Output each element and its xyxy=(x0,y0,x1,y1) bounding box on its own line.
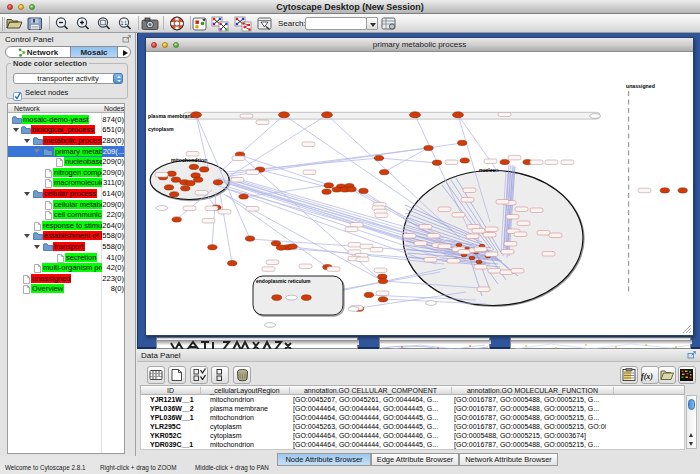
svg-text:1:1: 1:1 xyxy=(121,21,128,26)
svg-text:cytoplasm: cytoplasm xyxy=(148,126,174,132)
svg-text:endoplasmic reticulum: endoplasmic reticulum xyxy=(256,278,311,284)
svg-text:f(x): f(x) xyxy=(641,372,653,381)
svg-text:mitochondrion: mitochondrion xyxy=(171,157,207,163)
svg-text:unassigned: unassigned xyxy=(626,83,655,89)
svg-text:plasma membrane: plasma membrane xyxy=(148,113,194,119)
